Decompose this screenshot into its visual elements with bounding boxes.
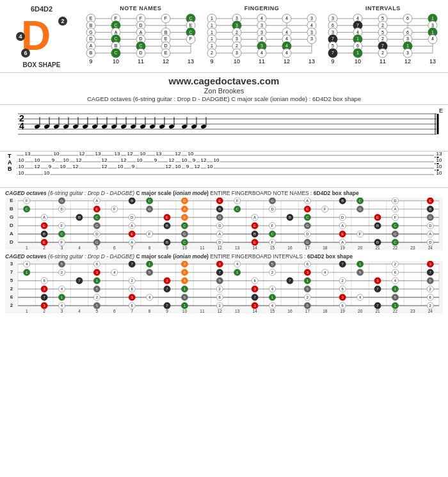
- box-shape-label: BOX SHAPE: [23, 61, 61, 68]
- description-text: CAGED octaves (6-string guitar : Drop D …: [0, 95, 448, 102]
- intervals-canvas: [325, 13, 440, 65]
- box-shape-container: 6D4D2 D 2 4 6 BOX SHAPE: [6, 5, 77, 68]
- author-name: Zon Brookes: [0, 87, 448, 95]
- tab-canvas: [5, 152, 443, 185]
- diagram-group: NOTE NAMES FINGERING INTERVALS: [82, 5, 442, 65]
- badge-6: 6: [21, 49, 30, 58]
- website-section: www.cagedoctaves.com Zon Brookes CAGED o…: [0, 73, 448, 105]
- staff-section: [0, 105, 448, 152]
- note-names-title: NOTE NAMES: [120, 5, 161, 12]
- note-names-diagram: NOTE NAMES: [82, 5, 199, 65]
- fingerboard2-canvas: [5, 261, 443, 313]
- fingering-canvas: [204, 13, 319, 65]
- fingering-diagram: FINGERING: [203, 5, 320, 65]
- staff-canvas: [5, 106, 443, 150]
- badge-4: 4: [16, 32, 25, 41]
- fingerboard2-section: CAGED octaves (6-string guitar : Drop D …: [0, 251, 448, 315]
- fingerboard1-section: CAGED octaves (6-string guitar : Drop D …: [0, 188, 448, 251]
- fingerboard1-label: CAGED octaves (6-string guitar : Drop D …: [5, 190, 443, 196]
- top-section: 6D4D2 D 2 4 6 BOX SHAPE NOTE NAMES FINGE…: [0, 0, 448, 73]
- website-url: www.cagedoctaves.com: [0, 75, 448, 86]
- fingerboard2-label: CAGED octaves (6-string guitar : Drop D …: [5, 253, 443, 260]
- fingering-title: FINGERING: [244, 5, 280, 12]
- note-names-canvas: [83, 13, 198, 65]
- d-shape: D 2 4 6: [16, 14, 67, 60]
- badge-2: 2: [58, 17, 67, 26]
- intervals-diagram: INTERVALS: [324, 5, 442, 65]
- tab-section: [0, 152, 448, 188]
- intervals-title: INTERVALS: [365, 5, 401, 12]
- tuning-label: 6D4D2: [31, 5, 52, 13]
- fingerboard1-canvas: [5, 198, 443, 250]
